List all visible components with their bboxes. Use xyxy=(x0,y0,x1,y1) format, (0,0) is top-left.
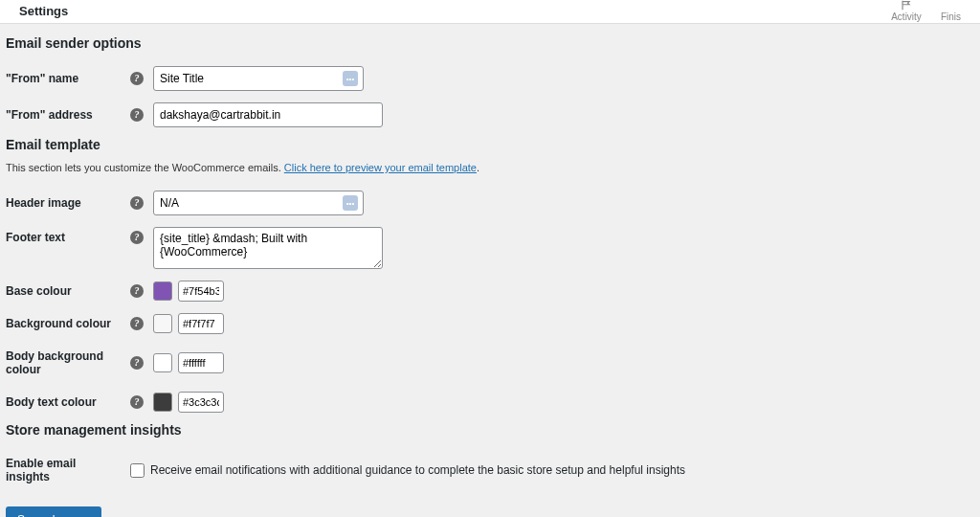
help-icon[interactable]: ? xyxy=(130,196,144,210)
help-icon[interactable]: ? xyxy=(130,72,144,85)
bg-colour-label: Background colour xyxy=(6,307,130,340)
template-table: Header image ? ••• Footer text ? Base co… xyxy=(6,185,974,418)
save-button[interactable]: Save changes xyxy=(6,506,101,517)
section-heading-sender: Email sender options xyxy=(6,35,974,51)
section-heading-template: Email template xyxy=(6,137,974,152)
flag-icon xyxy=(900,0,913,11)
sender-table: "From" name ? ••• "From" address ? xyxy=(6,60,974,133)
from-name-input[interactable] xyxy=(153,66,364,91)
page-title: Settings xyxy=(19,0,68,18)
help-icon[interactable]: ? xyxy=(130,284,144,298)
from-name-label: "From" name xyxy=(6,60,130,97)
footer-text-input[interactable] xyxy=(153,227,383,269)
body-text-input[interactable] xyxy=(178,392,224,413)
bg-colour-input[interactable] xyxy=(178,313,224,334)
body-text-swatch[interactable] xyxy=(153,393,172,412)
insights-table: Enable email insights Receive email noti… xyxy=(6,447,974,493)
help-icon[interactable]: ? xyxy=(130,108,144,122)
base-colour-input[interactable] xyxy=(178,281,224,302)
settings-content: Email sender options "From" name ? ••• "… xyxy=(0,24,980,517)
body-bg-label: Body background colour xyxy=(6,340,130,386)
template-desc-text: This section lets you customize the WooC… xyxy=(6,162,284,173)
footer-text-label: Footer text xyxy=(6,221,130,275)
activity-label: Activity xyxy=(891,11,922,22)
header-image-label: Header image xyxy=(6,185,130,221)
help-icon[interactable]: ? xyxy=(130,317,144,330)
base-colour-label: Base colour xyxy=(6,275,130,307)
body-bg-input[interactable] xyxy=(178,352,224,373)
help-icon[interactable]: ? xyxy=(130,231,144,244)
help-icon[interactable]: ? xyxy=(130,356,144,370)
base-colour-swatch[interactable] xyxy=(153,281,172,301)
template-description: This section lets you customize the WooC… xyxy=(6,162,974,173)
activity-button[interactable]: Activity xyxy=(891,0,922,22)
preview-template-link[interactable]: Click here to preview your email templat… xyxy=(284,162,477,173)
help-icon[interactable]: ? xyxy=(130,395,144,409)
header-image-input[interactable] xyxy=(153,191,364,215)
enable-insights-label: Enable email insights xyxy=(6,447,130,493)
top-bar: Settings Activity Finis xyxy=(0,0,980,24)
section-heading-insights: Store management insights xyxy=(6,422,974,438)
from-address-label: "From" address xyxy=(6,97,130,133)
from-address-input[interactable] xyxy=(153,102,383,127)
body-text-label: Body text colour xyxy=(6,386,130,418)
enable-insights-text: Receive email notifications with additio… xyxy=(150,463,685,477)
body-bg-swatch[interactable] xyxy=(153,353,172,372)
enable-insights-checkbox[interactable] xyxy=(130,463,145,478)
bg-colour-swatch[interactable] xyxy=(153,314,172,333)
finish-label: Finis xyxy=(941,11,961,22)
finish-button[interactable]: Finis xyxy=(941,0,961,22)
top-right-actions: Activity Finis xyxy=(891,0,961,22)
